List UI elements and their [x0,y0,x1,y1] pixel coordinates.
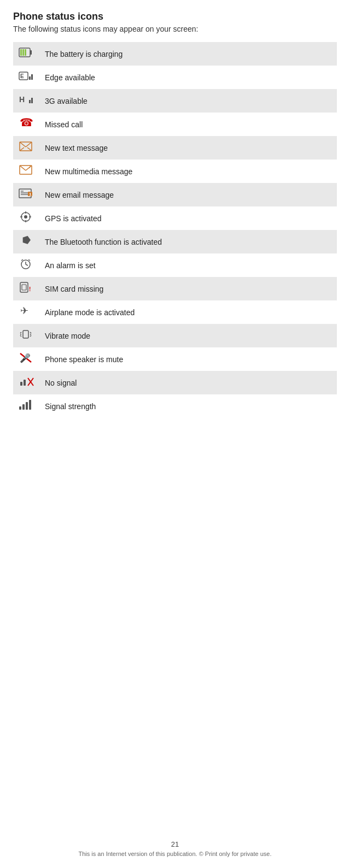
icon-cell-sim-missing: ! [13,277,39,300]
icon-cell-3g: H [13,89,39,113]
table-row: 1 New email message [13,183,337,206]
table-row: 🎤 Phone speaker is mute [13,347,337,371]
page-number: 21 [0,840,350,848]
icon-cell-new-multimedia-message: ♪ [13,160,39,183]
desc-cell-8: GPS is activated [39,206,337,230]
svg-rect-1 [30,50,32,55]
svg-text:☎: ☎ [20,117,33,128]
footer-note: This is an Internet version of this publ… [0,851,350,857]
svg-rect-8 [29,76,31,80]
svg-text:H: H [19,95,25,104]
table-row: H 3G available [13,89,337,113]
icon-cell-edge: E [13,66,39,89]
desc-cell-5: New text message [39,136,337,160]
desc-cell-7: New email message [39,183,337,206]
svg-line-46 [20,332,21,333]
svg-rect-59 [22,404,25,410]
table-row: New text message [13,136,337,160]
svg-point-30 [24,215,27,219]
svg-line-20 [20,166,26,170]
svg-text:♪: ♪ [28,164,31,169]
svg-rect-45 [23,330,28,338]
table-row: Signal strength [13,394,337,418]
svg-rect-54 [20,382,22,386]
svg-text:E: E [20,73,24,79]
desc-cell-3: 3G available [39,89,337,113]
icon-cell-battery-charging: ⚡ [13,42,39,66]
icon-cell-gps [13,206,39,230]
icon-cell-no-signal [13,371,39,394]
table-row: GPS is activated [13,206,337,230]
svg-line-48 [20,335,21,336]
desc-cell-10: An alarm is set [39,253,337,277]
desc-cell-9: The Bluetooth function is activated [39,230,337,253]
desc-cell-1: The battery is charging [39,42,337,66]
svg-rect-42 [22,285,26,290]
svg-text:!: ! [29,286,31,292]
icon-cell-new-email: 1 [13,183,39,206]
svg-line-17 [20,147,24,151]
icon-cell-vibrate [13,324,39,347]
svg-line-49 [30,332,31,333]
icon-cell-airplane: ✈ [13,300,39,324]
svg-rect-4 [25,49,26,56]
svg-rect-61 [29,400,31,410]
svg-rect-55 [24,380,26,386]
svg-text:1: 1 [29,192,32,197]
desc-cell-11: SIM card missing [39,277,337,300]
page-title: Phone status icons [13,11,337,22]
svg-rect-58 [19,406,21,410]
svg-rect-60 [26,402,28,410]
svg-line-16 [26,142,32,147]
desc-cell-15: No signal [39,371,337,394]
desc-cell-6: New multimedia message [39,160,337,183]
svg-line-18 [27,147,32,151]
desc-cell-4: Missed call [39,113,337,136]
desc-cell-16: Signal strength [39,394,337,418]
svg-rect-3 [22,49,24,56]
icon-cell-alarm [13,253,39,277]
svg-rect-2 [20,49,22,56]
svg-line-38 [26,264,28,265]
desc-cell-2: Edge available [39,66,337,89]
status-table: ⚡ The battery is charging E Edge availab… [13,42,337,418]
svg-rect-9 [31,74,33,80]
table-row: An alarm is set [13,253,337,277]
svg-text:✈: ✈ [20,305,28,316]
table-row: ⭓ The Bluetooth function is activated [13,230,337,253]
table-row: ♪ New multimedia message [13,160,337,183]
svg-text:🎤: 🎤 [20,353,31,363]
svg-line-51 [30,335,31,336]
page-container: Phone status icons The following status … [0,0,350,451]
table-row: Vibrate mode [13,324,337,347]
table-row: ☎ Missed call [13,113,337,136]
icon-cell-missed-call: ☎ [13,113,39,136]
icon-cell-new-text-message [13,136,39,160]
icon-cell-signal-strength [13,394,39,418]
svg-line-39 [21,259,23,261]
desc-cell-12: Airplane mode is activated [39,300,337,324]
desc-cell-13: Vibrate mode [39,324,337,347]
page-subtitle: The following status icons may appear on… [13,25,337,33]
table-row: ⚡ The battery is charging [13,42,337,66]
svg-line-40 [28,259,30,261]
svg-text:⭓: ⭓ [22,235,31,246]
svg-rect-12 [31,98,33,103]
desc-cell-14: Phone speaker is mute [39,347,337,371]
table-row: ✈ Airplane mode is activated [13,300,337,324]
svg-line-15 [20,142,26,147]
page-footer: 21 This is an Internet version of this p… [0,840,350,857]
table-row: ! SIM card missing [13,277,337,300]
svg-rect-41 [20,282,28,292]
table-row: E Edge available [13,66,337,89]
svg-rect-11 [29,100,31,103]
table-row: No signal [13,371,337,394]
icon-cell-mute: 🎤 [13,347,39,371]
svg-text:⚡: ⚡ [33,49,34,57]
icon-cell-bluetooth: ⭓ [13,230,39,253]
